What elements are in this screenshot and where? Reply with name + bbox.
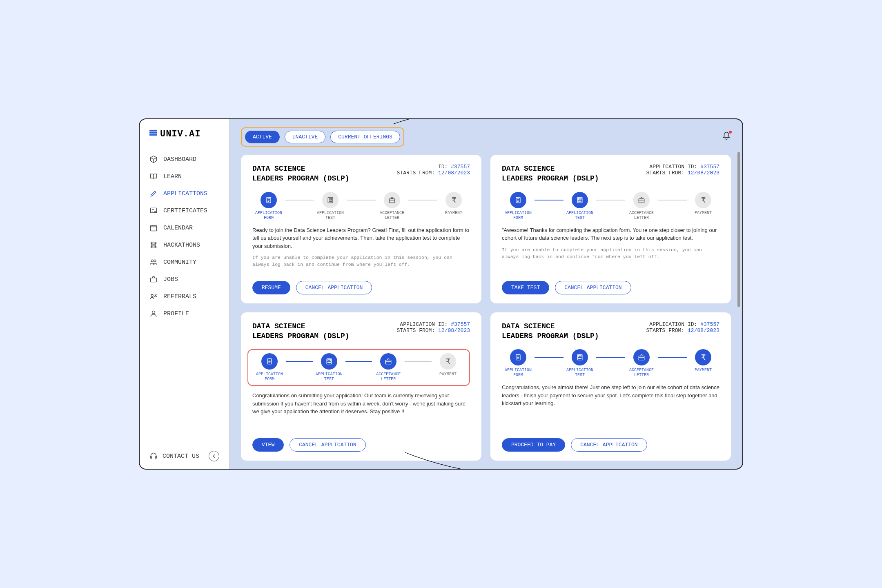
people-icon bbox=[149, 258, 158, 266]
sidebar-item-hackathons[interactable]: Hackathons bbox=[140, 236, 229, 254]
svg-point-17 bbox=[330, 200, 331, 201]
card-header: Data ScienceLeaders Program (DSLP)APPLIC… bbox=[502, 321, 719, 341]
stage-connector bbox=[285, 200, 314, 200]
svg-rect-33 bbox=[386, 360, 391, 364]
svg-point-18 bbox=[331, 200, 332, 201]
contact-us-link[interactable]: Contact Us bbox=[149, 452, 199, 460]
starts-label: STARTS FROM: bbox=[397, 170, 435, 176]
sidebar-item-calendar[interactable]: Calendar bbox=[140, 219, 229, 236]
svg-point-25 bbox=[581, 200, 581, 201]
tab-group: ActiveInactiveCurrent Offerings bbox=[241, 127, 404, 147]
card-header: Data ScienceLeaders Program (DSLP)APPLIC… bbox=[252, 321, 470, 341]
tab-inactive[interactable]: Inactive bbox=[285, 131, 325, 143]
card-message: Congratulations on submitting your appli… bbox=[252, 392, 470, 416]
sidebar-item-referrals[interactable]: Referrals bbox=[140, 288, 229, 305]
id-label: ID: bbox=[438, 164, 448, 170]
cancel-application-button[interactable]: Cancel Application bbox=[555, 281, 631, 294]
card-title: Data ScienceLeaders Program (DSLP) bbox=[502, 321, 599, 341]
stage-connector bbox=[408, 200, 437, 200]
svg-point-37 bbox=[579, 358, 579, 359]
scrollbar[interactable] bbox=[737, 152, 740, 307]
svg-rect-36 bbox=[579, 356, 581, 357]
stage-test: Application Test bbox=[314, 192, 347, 220]
primary-action-button[interactable]: View bbox=[252, 438, 284, 452]
stage-form: Application Form bbox=[502, 349, 535, 378]
sidebar-item-label: Learn bbox=[163, 173, 182, 180]
stage-letter: Acceptance Letter bbox=[376, 192, 408, 220]
nodes-icon bbox=[149, 241, 158, 249]
tab-current-offerings[interactable]: Current Offerings bbox=[330, 131, 400, 143]
sidebar-item-community[interactable]: Community bbox=[140, 254, 229, 271]
stage-letter-icon bbox=[633, 349, 650, 365]
stage-letter-icon bbox=[380, 353, 396, 370]
collapse-sidebar-button[interactable] bbox=[209, 451, 219, 461]
svg-rect-15 bbox=[329, 198, 332, 199]
cancel-application-button[interactable]: Cancel Application bbox=[296, 281, 372, 294]
app-window: UNIV.AI DashboardLearnApplicationsCertif… bbox=[139, 118, 743, 470]
sidebar-nav: DashboardLearnApplicationsCertificatesCa… bbox=[140, 151, 229, 451]
primary-action-button[interactable]: Resume bbox=[252, 281, 290, 294]
stage-test: Application Test bbox=[564, 349, 596, 378]
sidebar-item-label: Certificates bbox=[163, 207, 207, 214]
svg-point-32 bbox=[330, 362, 330, 363]
card-title: Data ScienceLeaders Program (DSLP) bbox=[252, 164, 350, 184]
sidebar-item-label: Profile bbox=[163, 310, 189, 317]
stage-form: Application Form bbox=[502, 192, 535, 220]
stage-test-icon bbox=[321, 353, 337, 370]
cancel-application-button[interactable]: Cancel Application bbox=[571, 438, 647, 452]
stage-letter-label: Acceptance Letter bbox=[376, 211, 408, 220]
cancel-application-button[interactable]: Cancel Application bbox=[290, 438, 365, 452]
stage-payment-label: Payment bbox=[695, 368, 712, 373]
stage-form-icon bbox=[261, 353, 278, 370]
stage-connector bbox=[596, 357, 625, 358]
primary-action-button[interactable]: Take Test bbox=[502, 281, 549, 294]
sidebar-item-learn[interactable]: Learn bbox=[140, 168, 229, 185]
primary-action-button[interactable]: Proceed To Pay bbox=[502, 438, 565, 452]
starts-value: 12/08/2023 bbox=[688, 327, 719, 334]
card-meta: ID: #37557STARTS FROM: 12/08/2023 bbox=[397, 164, 470, 176]
application-stages: Application FormApplication TestAcceptan… bbox=[252, 192, 470, 220]
svg-rect-40 bbox=[639, 356, 644, 360]
application-card: Data ScienceLeaders Program (DSLP)APPLIC… bbox=[490, 155, 731, 303]
svg-rect-2 bbox=[151, 225, 157, 231]
sidebar-item-dashboard[interactable]: Dashboard bbox=[140, 151, 229, 168]
sidebar-item-certificates[interactable]: Certificates bbox=[140, 202, 229, 219]
sidebar-item-jobs[interactable]: Jobs bbox=[140, 271, 229, 288]
svg-point-1 bbox=[155, 212, 156, 213]
stage-form-label: Application Form bbox=[253, 372, 286, 382]
pencil-icon bbox=[149, 189, 158, 198]
id-label: APPLICATION ID: bbox=[400, 321, 448, 327]
svg-point-38 bbox=[579, 358, 580, 359]
id-value: #37557 bbox=[451, 321, 470, 327]
referral-icon bbox=[149, 292, 158, 301]
stage-letter-icon bbox=[384, 192, 400, 208]
svg-point-10 bbox=[151, 294, 153, 296]
sidebar-item-label: Jobs bbox=[163, 276, 178, 283]
svg-point-4 bbox=[155, 242, 156, 243]
stage-payment-icon: ₹ bbox=[695, 349, 711, 365]
stage-form-label: Application Form bbox=[502, 211, 535, 220]
stage-payment-icon: ₹ bbox=[440, 353, 456, 370]
tab-active[interactable]: Active bbox=[245, 131, 280, 143]
stage-payment-label: Payment bbox=[695, 211, 712, 216]
svg-point-24 bbox=[579, 200, 580, 201]
topbar: ActiveInactiveCurrent Offerings bbox=[241, 127, 731, 147]
notifications-button[interactable] bbox=[722, 131, 731, 143]
card-message: Ready to join the Data Science Leaders P… bbox=[252, 226, 470, 250]
application-card: Data ScienceLeaders Program (DSLP)APPLIC… bbox=[490, 312, 731, 461]
stage-letter-label: Acceptance Letter bbox=[625, 211, 658, 220]
logo-icon bbox=[149, 130, 157, 138]
stage-letter: Acceptance Letter bbox=[372, 353, 405, 382]
person-icon bbox=[149, 310, 158, 318]
application-stages: Application FormApplication TestAcceptan… bbox=[502, 349, 719, 378]
id-value: #37557 bbox=[700, 164, 719, 170]
sidebar-item-applications[interactable]: Applications bbox=[140, 185, 229, 202]
stage-connector bbox=[347, 200, 376, 200]
stage-payment: ₹Payment bbox=[687, 192, 719, 216]
svg-point-23 bbox=[579, 200, 579, 201]
svg-point-30 bbox=[327, 362, 328, 363]
card-actions: Proceed To PayCancel Application bbox=[502, 438, 719, 452]
card-header: Data ScienceLeaders Program (DSLP)ID: #3… bbox=[252, 164, 470, 184]
stage-form-icon bbox=[510, 192, 526, 208]
sidebar-item-profile[interactable]: Profile bbox=[140, 305, 229, 322]
